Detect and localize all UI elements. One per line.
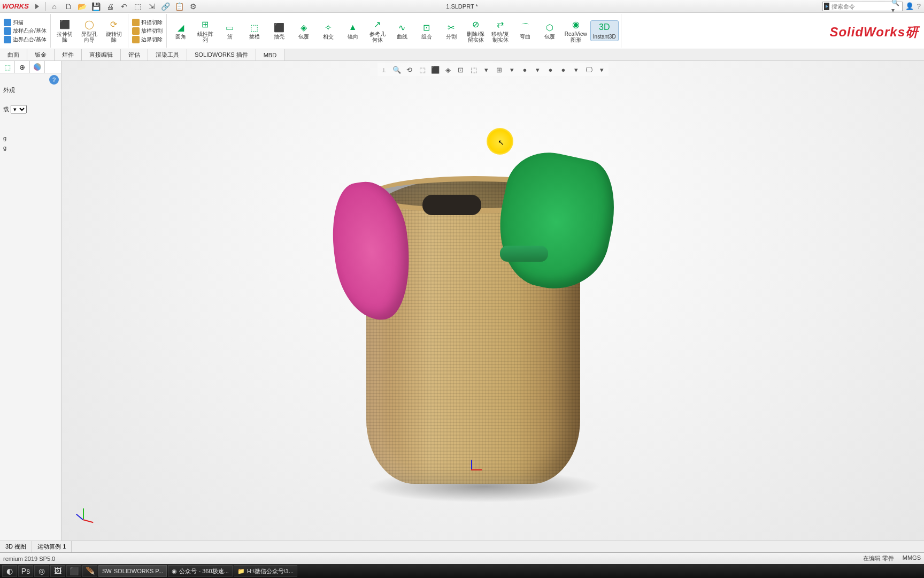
reference-triad-icon [73,508,95,530]
open-icon[interactable]: 📂 [76,2,89,11]
view-btn-6[interactable]: ⊡ [456,64,466,75]
ribbon-btn-0[interactable]: ◢圆角 [169,21,192,41]
user-icon[interactable]: 👤 [905,2,914,10]
ribbon-btn-7[interactable]: ▲镜向 [341,21,365,41]
ribbon-btn-13[interactable]: ⇄移动/复 制实体 [489,18,512,44]
cm-tab-3[interactable]: 直接编辑 [82,49,121,60]
taskbar-app-0[interactable]: SWSOLIDWORKS P... [98,565,167,577]
fm-tab-property[interactable]: ⊕ [15,61,30,73]
motion-study-tabs: 3D 视图运动算例 1 [0,541,924,552]
taskbar-app-1[interactable]: ◉公众号 - 360极速... [168,565,232,577]
boundary-button[interactable]: 边界凸台/基体 [2,35,48,44]
search-box[interactable]: 🔍▾ [822,2,903,11]
basket-handle-front [422,195,481,215]
view-btn-12[interactable]: ▾ [533,64,543,75]
view-btn-5[interactable]: ◈ [443,64,453,75]
ribbon-btn-2[interactable]: ▭筋 [218,21,242,41]
tree-item-2[interactable]: g [3,144,58,151]
taskbar-pin-2[interactable]: 🖼 [50,565,65,577]
view-btn-0[interactable]: ⟂ [379,64,389,75]
ribbon-btn-3[interactable]: ⬚拔模 [243,21,266,41]
home-icon[interactable]: ⌂ [48,2,61,11]
cut-extrude-button[interactable]: ⬛拉伸切 除 [53,18,76,44]
cm-tab-1[interactable]: 钣金 [27,49,55,60]
taskbar-pin-4[interactable]: 🪶 [82,565,97,577]
ribbon-btn-8[interactable]: ↗参考几 何体 [366,18,389,44]
ribbon-btn-1[interactable]: ⊞线性阵 列 [194,18,217,44]
rebuild-icon[interactable]: ⇲ [145,2,158,11]
view-btn-8[interactable]: ▾ [481,64,492,75]
boundary-cut-button[interactable]: 边界切除 [130,35,164,44]
new-icon[interactable]: 🗋 [62,2,75,11]
ribbon-btn-16[interactable]: ◉RealView 图形 [563,18,589,44]
solidworks-logo: WORKS [2,2,29,10]
ribbon: 扫描 放样凸台/基体 边界凸台/基体 ⬛拉伸切 除 ◯异型孔 向导 ⟳旋转切 除… [0,13,924,49]
view-btn-3[interactable]: ⬚ [417,64,428,75]
ribbon-btn-14[interactable]: ⌒弯曲 [513,21,537,41]
appearance-combo[interactable]: 载 ▾ [3,105,58,113]
ribbon-btn-12[interactable]: ⊘删除/保 留实体 [464,18,488,44]
search-input[interactable] [830,3,889,10]
cm-tab-5[interactable]: 渲染工具 [148,49,187,60]
undo-icon[interactable]: ↶ [118,2,130,11]
select-icon[interactable]: ⬚ [132,2,144,11]
taskbar-app-2[interactable]: 📁H:\微信公众号\1... [234,565,297,577]
ribbon-btn-9[interactable]: ∿曲线 [390,21,414,41]
view-btn-9[interactable]: ⊞ [494,64,505,75]
view-btn-1[interactable]: 🔍 [391,64,402,75]
cm-tab-7[interactable]: MBD [256,49,284,60]
loft-button[interactable]: 放样凸台/基体 [2,27,48,35]
options-icon[interactable]: 📋 [173,2,186,11]
save-icon[interactable]: 💾 [90,2,103,11]
ribbon-btn-4[interactable]: ⬛抽壳 [267,21,291,41]
cm-tab-2[interactable]: 焊件 [55,49,82,60]
search-icon[interactable]: 🔍▾ [891,0,900,14]
start-button[interactable]: ◐ [2,565,17,577]
ribbon-btn-5[interactable]: ◈包覆 [292,21,315,41]
cm-tab-4[interactable]: 评估 [121,49,148,60]
gear-icon[interactable]: ⚙ [187,2,200,11]
view-btn-10[interactable]: ▾ [507,64,518,75]
sweep-button[interactable]: 扫描 [2,18,25,27]
taskbar-pin-0[interactable]: Ps [18,565,33,577]
play-icon[interactable] [35,4,39,9]
sweep-cut-button[interactable]: 扫描切除 [130,18,164,27]
view-btn-2[interactable]: ⟲ [404,64,415,75]
help-badge-icon[interactable]: ? [49,75,59,85]
model-tab-0[interactable]: 3D 视图 [0,541,32,552]
link-icon[interactable]: 🔗 [159,2,172,11]
view-btn-13[interactable]: ● [545,64,556,75]
command-manager-tabs: 曲面钣金焊件直接编辑评估渲染工具SOLIDWORKS 插件MBD [0,49,924,61]
tree-item-1[interactable]: g [3,135,58,141]
help-icon[interactable]: ? [917,2,921,10]
taskbar-pin-1[interactable]: ◎ [34,565,49,577]
view-btn-15[interactable]: ▾ [571,64,582,75]
view-btn-11[interactable]: ● [520,64,530,75]
ribbon-btn-6[interactable]: ✧相交 [317,21,340,41]
ribbon-btn-15[interactable]: ⬡包覆 [538,21,561,41]
hole-wizard-button[interactable]: ◯异型孔 向导 [78,18,101,44]
cm-tab-0[interactable]: 曲面 [0,49,27,60]
view-btn-17[interactable]: ▾ [597,64,607,75]
graphics-viewport[interactable]: ⟂🔍⟲⬚⬛◈⊡⬚▾⊞▾●▾●●▾🖵▾ ↖ [61,61,924,541]
cm-tab-6[interactable]: SOLIDWORKS 插件 [187,49,256,60]
ribbon-btn-17[interactable]: 3DInstant3D [590,20,619,41]
model-tab-1[interactable]: 运动算例 1 [32,541,72,552]
cut-revolve-button[interactable]: ⟳旋转切 除 [102,18,126,44]
status-units[interactable]: MMGS [903,554,921,562]
loft-cut-button[interactable]: 放样切割 [130,27,164,35]
fm-tab-tree[interactable]: ⬚ [0,61,15,73]
view-btn-4[interactable]: ⬛ [430,64,441,75]
taskbar-pin-3[interactable]: ⬛ [66,565,81,577]
ribbon-btn-11[interactable]: ✂分割 [440,21,463,41]
model-render [324,155,612,492]
view-btn-16[interactable]: 🖵 [584,64,595,75]
menu-bar: WORKS ⌂ 🗋 📂 💾 🖨 ↶ ⬚ ⇲ 🔗 📋 ⚙ 1.SLDPRT * 🔍… [0,0,924,13]
ribbon-btn-10[interactable]: ⊡组合 [415,21,438,41]
fm-tab-appearance[interactable] [30,61,45,73]
view-btn-14[interactable]: ● [558,64,569,75]
print-icon[interactable]: 🖨 [104,2,117,11]
appearance-select[interactable]: ▾ [11,105,27,113]
search-play-icon[interactable] [824,3,829,10]
view-btn-7[interactable]: ⬚ [468,64,479,75]
